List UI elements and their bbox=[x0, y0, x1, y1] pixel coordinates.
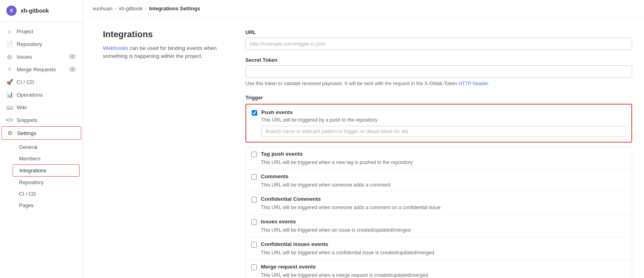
confidential-issues-events-title: Confidential Issues events bbox=[261, 241, 328, 247]
left-panel: Integrations Webhooks can be used for bi… bbox=[103, 29, 222, 278]
sidebar-item-label: Merge Requests bbox=[17, 67, 56, 72]
issues-icon: ◎ bbox=[6, 53, 13, 60]
sidebar-item-operations[interactable]: 📊 Operations bbox=[0, 88, 83, 101]
push-events-desc: This URL will be triggered by a push to … bbox=[261, 117, 626, 123]
breadcrumb-current: Integrations Settings bbox=[149, 6, 200, 11]
trigger-confidential-comments: Confidential Comments This URL will be t… bbox=[246, 192, 632, 215]
secret-token-label: Secret Token bbox=[245, 57, 632, 63]
trigger-confidential-issues-events: Confidential Issues events This URL will… bbox=[246, 237, 632, 260]
sidebar-item-label: Operations bbox=[17, 92, 43, 98]
sidebar-item-label: Snippets bbox=[17, 117, 38, 123]
org-name: xh-gitbook bbox=[21, 8, 49, 14]
content-area: Integrations Webhooks can be used for bi… bbox=[83, 17, 644, 278]
sidebar-item-label: Repository bbox=[17, 41, 42, 47]
confidential-issues-events-desc: This URL will be triggered when a confid… bbox=[261, 250, 626, 255]
trigger-issues-events: Issues events This URL will be triggered… bbox=[246, 215, 632, 237]
confidential-comments-desc: This URL will be triggered when someone … bbox=[261, 205, 626, 210]
webhooks-link[interactable]: Webhooks bbox=[103, 45, 128, 51]
sidebar-item-settings[interactable]: ⚙ Settings bbox=[2, 126, 81, 140]
trigger-label: Trigger bbox=[245, 95, 632, 101]
breadcrumb-xunhuan[interactable]: xunhuan bbox=[93, 6, 112, 11]
page-description: Webhooks can be used for binding events … bbox=[103, 44, 222, 61]
trigger-merge-request-events: Merge request events This URL will be tr… bbox=[246, 260, 632, 278]
sidebar-item-repository[interactable]: 📄 Repository bbox=[0, 38, 83, 50]
push-events-title: Push events bbox=[261, 109, 293, 115]
merge-icon: ⑂ bbox=[6, 66, 13, 72]
sub-nav-members[interactable]: Members bbox=[13, 153, 83, 164]
sidebar-item-wiki[interactable]: 📖 Wiki bbox=[0, 101, 83, 114]
secret-token-help: Use this token to validate received payl… bbox=[245, 80, 632, 88]
tag-push-events-desc: This URL will be triggered when a new ta… bbox=[261, 160, 626, 165]
house-icon: ⌂ bbox=[6, 28, 13, 34]
trigger-tag-push-events: Tag push events This URL will be trigger… bbox=[246, 147, 632, 169]
tag-push-events-title: Tag push events bbox=[261, 151, 303, 157]
merge-request-events-desc: This URL will be triggered when a merge … bbox=[261, 272, 626, 278]
sidebar-item-label: CI / CD bbox=[17, 79, 34, 85]
rocket-icon: 🚀 bbox=[6, 79, 13, 85]
sub-nav-pages[interactable]: Pages bbox=[13, 200, 83, 211]
trigger-section: Trigger Push events This URL will be tri… bbox=[245, 95, 632, 278]
sidebar-item-label: Wiki bbox=[17, 105, 27, 110]
file-icon: 📄 bbox=[6, 41, 13, 47]
push-events-branch-input[interactable] bbox=[261, 126, 626, 137]
merge-request-events-title: Merge request events bbox=[261, 264, 316, 270]
sub-nav-general[interactable]: General bbox=[13, 141, 83, 153]
sidebar-item-label: Project bbox=[17, 29, 33, 34]
merge-requests-badge: 0 bbox=[68, 67, 76, 72]
comments-desc: This URL will be triggered when someone … bbox=[261, 182, 626, 188]
gear-icon: ⚙ bbox=[7, 130, 13, 136]
url-field-group: URL bbox=[245, 29, 632, 50]
confidential-comments-title: Confidential Comments bbox=[261, 196, 321, 202]
code-icon: </> bbox=[6, 117, 13, 123]
sidebar-item-label: Settings bbox=[17, 130, 36, 136]
sidebar: X xh-gitbook ⌂ Project 📄 Repository ◎ Is… bbox=[0, 0, 83, 278]
sub-nav-ci-cd[interactable]: CI / CD bbox=[13, 188, 83, 200]
avatar: X bbox=[6, 6, 17, 16]
sidebar-item-ci-cd[interactable]: 🚀 CI / CD bbox=[0, 76, 83, 88]
issues-badge: 0 bbox=[68, 54, 76, 59]
sidebar-navigation: ⌂ Project 📄 Repository ◎ Issues 0 ⑂ Merg… bbox=[0, 22, 83, 216]
confidential-issues-events-checkbox[interactable] bbox=[251, 242, 257, 248]
url-label: URL bbox=[245, 29, 632, 35]
push-events-checkbox[interactable] bbox=[252, 110, 257, 116]
breadcrumb: xunhuan › xh-gitbook › Integrations Sett… bbox=[83, 0, 644, 17]
sidebar-logo: X xh-gitbook bbox=[0, 0, 83, 22]
trigger-push-events: Push events This URL will be triggered b… bbox=[245, 104, 632, 143]
chart-icon: 📊 bbox=[6, 91, 13, 98]
right-panel: URL Secret Token Use this token to valid… bbox=[245, 29, 632, 278]
secret-token-field-group: Secret Token Use this token to validate … bbox=[245, 57, 632, 88]
secret-token-input[interactable] bbox=[245, 65, 632, 78]
breadcrumb-separator: › bbox=[145, 6, 146, 11]
sidebar-item-snippets[interactable]: </> Snippets bbox=[0, 114, 83, 126]
sidebar-item-merge-requests[interactable]: ⑂ Merge Requests 0 bbox=[0, 63, 83, 76]
tag-push-events-checkbox[interactable] bbox=[251, 152, 257, 157]
issues-events-checkbox[interactable] bbox=[251, 219, 257, 225]
book-icon: 📖 bbox=[6, 104, 13, 110]
issues-events-desc: This URL will be triggered when an issue… bbox=[261, 227, 626, 233]
issues-events-title: Issues events bbox=[261, 219, 296, 225]
http-header-link[interactable]: HTTP header. bbox=[458, 81, 489, 86]
trigger-comments: Comments This URL will be triggered when… bbox=[246, 169, 632, 192]
settings-sub-nav: General Members Integrations Repository … bbox=[0, 140, 83, 213]
comments-checkbox[interactable] bbox=[251, 174, 257, 180]
breadcrumb-xh-gitbook[interactable]: xh-gitbook bbox=[119, 6, 142, 11]
sidebar-item-label: Issues bbox=[17, 54, 32, 60]
sidebar-item-project[interactable]: ⌂ Project bbox=[0, 25, 83, 38]
sub-nav-integrations[interactable]: Integrations bbox=[13, 164, 80, 177]
confidential-comments-checkbox[interactable] bbox=[251, 197, 257, 202]
main-content: xunhuan › xh-gitbook › Integrations Sett… bbox=[83, 0, 644, 278]
comments-title: Comments bbox=[261, 173, 289, 179]
page-title: Integrations bbox=[103, 29, 222, 40]
merge-request-events-checkbox[interactable] bbox=[251, 265, 257, 270]
sub-nav-repository[interactable]: Repository bbox=[13, 177, 83, 188]
sidebar-item-issues[interactable]: ◎ Issues 0 bbox=[0, 50, 83, 63]
url-input[interactable] bbox=[245, 38, 632, 50]
breadcrumb-separator: › bbox=[115, 6, 116, 11]
